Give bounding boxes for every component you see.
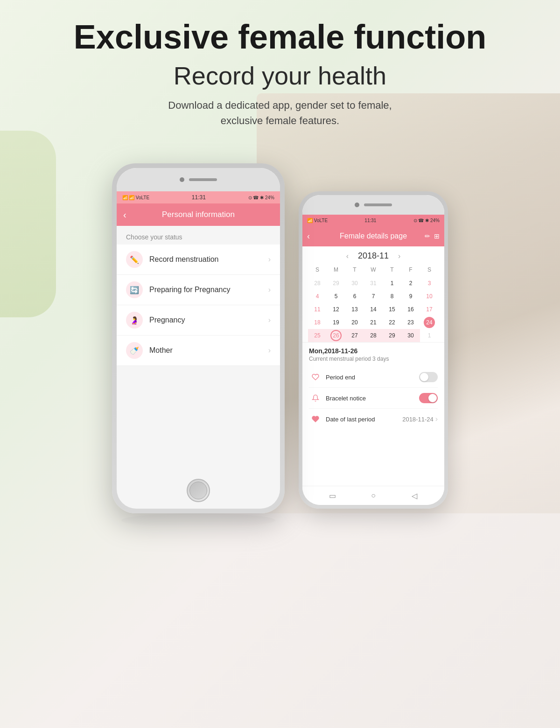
day-11[interactable]: 11 [308,303,327,316]
day-1[interactable]: 1 [383,277,401,290]
phone2-nav-bar: ▭ ○ ◁ [302,486,444,505]
heart-filled-icon [309,413,322,426]
day-26[interactable]: 26 [330,330,342,341]
day-29[interactable]: 29 [383,329,401,342]
day-27[interactable]: 27 [345,329,364,342]
phone1-signal: 📶 📶 VoLTE [122,195,149,200]
last-period-value: 2018-11-24 [402,416,434,423]
current-month: 2018-11 [358,251,389,261]
pregnancy-arrow-icon: › [268,316,271,324]
bracelet-row: Bracelet notice [309,388,438,409]
pregnancy-prep-icon: 🔄 [126,281,143,298]
phone1-header-title: Personal information [162,210,235,219]
description: Download a dedicated app, gender set to … [47,98,513,128]
day-9[interactable]: 9 [401,290,420,303]
menu-item-pregnancy[interactable]: 🤰 Pregnancy › [117,305,280,336]
prev-month-btn[interactable]: ‹ [346,252,349,260]
day-7[interactable]: 7 [364,290,383,303]
day-17[interactable]: 17 [420,303,439,316]
day-8[interactable]: 8 [383,290,401,303]
last-period-row[interactable]: Date of last period 2018-11-24 › [309,409,438,429]
phone2-signal: 📶 VoLTE [307,218,328,223]
camera-dot [180,177,184,182]
phone2-battery: ⊙ ☎ ✱ 24% [413,218,440,223]
day-5[interactable]: 5 [327,290,345,303]
back-arrow-icon[interactable]: ‹ [123,210,126,220]
phone1-app-header: ‹ Personal information [117,203,280,226]
weekday-wed: W [364,266,383,274]
day-21[interactable]: 21 [364,316,383,329]
period-info-label: Current menstrual period 3 days [309,356,438,362]
home-button[interactable] [187,479,210,502]
day-22[interactable]: 22 [383,316,401,329]
day-28-prev[interactable]: 28 [308,277,327,290]
day-20[interactable]: 20 [345,316,364,329]
day-10[interactable]: 10 [420,290,439,303]
day-6[interactable]: 6 [345,290,364,303]
day-18[interactable]: 18 [308,316,327,329]
month-navigation: ‹ 2018-11 › [302,246,444,266]
day-4[interactable]: 4 [308,290,327,303]
day-29-prev[interactable]: 29 [327,277,345,290]
bracelet-toggle[interactable] [419,393,438,403]
weekday-mon: M [327,266,345,274]
weekday-sun: S [308,266,327,274]
phone1-status-bar: 📶 📶 VoLTE 11:31 ⊙ ☎ ✱ 24% [117,191,280,203]
day-12[interactable]: 12 [327,303,345,316]
pregnancy-prep-label: Preparing for Pregnancy [149,286,268,294]
day-3[interactable]: 3 [420,277,439,290]
pregnancy-label: Pregnancy [149,316,268,324]
menu-list: ✏️ Record menstruation › 🔄 Preparing for… [117,245,280,366]
day-1-next[interactable]: 1 [420,329,439,342]
phone1-battery: ⊙ ☎ ✱ 24% [248,195,274,200]
grid-calendar-icon[interactable]: ⊞ [434,232,440,240]
nav-back-icon[interactable]: ◁ [409,490,420,501]
nav-square-icon[interactable]: ▭ [327,490,338,501]
day-14[interactable]: 14 [364,303,383,316]
speaker-bar [189,178,217,181]
record-icon: ✏️ [126,251,143,268]
menu-item-record[interactable]: ✏️ Record menstruation › [117,245,280,275]
baby-icon: 🤰 [130,316,139,325]
header-section: Exclusive female function Record your he… [0,19,560,128]
calendar-back-icon[interactable]: ‹ [307,231,310,241]
day-31-prev[interactable]: 31 [364,277,383,290]
day-30[interactable]: 30 [401,329,420,342]
day-25[interactable]: 25 [308,329,327,342]
menu-item-mother[interactable]: 🍼 Mother › [117,336,280,366]
week-3: 11 12 13 14 15 16 17 [308,303,439,316]
day-24[interactable]: 24 [424,317,435,328]
nav-circle-icon[interactable]: ○ [368,490,379,501]
pregnancy-prep-arrow-icon: › [268,286,271,294]
phones-area: 📶 📶 VoLTE 11:31 ⊙ ☎ ✱ 24% ‹ Personal inf… [0,163,560,513]
weekday-thu: T [383,266,401,274]
weekday-fri: F [401,266,420,274]
phone1-time: 11:31 [192,194,206,201]
phone2-screen: 📶 VoLTE 11:31 ⊙ ☎ ✱ 24% ‹ Female details… [302,215,444,505]
next-month-btn[interactable]: › [398,252,400,260]
day-19[interactable]: 19 [327,316,345,329]
period-end-toggle[interactable] [419,372,438,382]
edit-calendar-icon[interactable]: ✏ [425,232,430,240]
phone-personal-info: 📶 📶 VoLTE 11:31 ⊙ ☎ ✱ 24% ‹ Personal inf… [112,163,285,513]
mother-arrow-icon: › [268,346,271,355]
week-2: 4 5 6 7 8 9 10 [308,290,439,303]
day-15[interactable]: 15 [383,303,401,316]
bell-icon [309,392,322,405]
phone1-screen: 📶 📶 VoLTE 11:31 ⊙ ☎ ✱ 24% ‹ Personal inf… [117,168,280,509]
weekday-sat: S [420,266,439,274]
day-23[interactable]: 23 [401,316,420,329]
weekday-tue: T [345,266,364,274]
day-13[interactable]: 13 [345,303,364,316]
weekday-headers: S M T W T F S [308,266,439,274]
menu-item-pregnancy-prep[interactable]: 🔄 Preparing for Pregnancy › [117,275,280,305]
day-16[interactable]: 16 [401,303,420,316]
selected-date-label: Mon,2018-11-26 [309,347,438,355]
day-2[interactable]: 2 [401,277,420,290]
calendar-detail: Mon,2018-11-26 Current menstrual period … [302,342,444,434]
period-end-row: Period end [309,367,438,388]
phone2-top-bar [302,195,444,215]
day-28[interactable]: 28 [364,329,383,342]
phone2-screen-inner: 📶 VoLTE 11:31 ⊙ ☎ ✱ 24% ‹ Female details… [302,195,444,505]
day-30-prev[interactable]: 30 [345,277,364,290]
